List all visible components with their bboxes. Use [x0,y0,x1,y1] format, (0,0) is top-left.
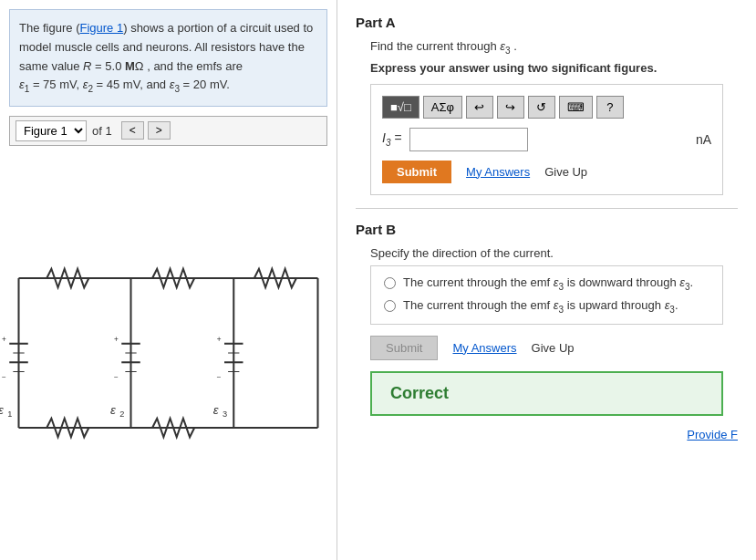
svg-text:−: − [217,373,222,381]
part-b-submit-row: Submit My Answers Give Up [370,336,723,360]
circuit-area: + − ε 1 + − ε 2 + − ε 3 [0,146,337,560]
radio-downward-label: The current through the emf ε3 is downwa… [403,275,693,292]
radio-option-2: The current through the emf ε3 is upward… [384,298,709,315]
part-b-instruction: Specify the direction of the current. [370,246,738,260]
circuit-diagram: + − ε 1 + − ε 2 + − ε 3 [0,146,337,560]
figure-prev-button[interactable]: < [121,121,144,140]
svg-text:3: 3 [223,410,227,419]
svg-text:ε: ε [0,403,4,417]
figure-link[interactable]: Figure 1 [79,21,123,35]
left-panel: The figure (Figure 1) shows a portion of… [0,0,337,560]
svg-text:+: + [2,336,6,344]
answer-input[interactable] [409,128,528,151]
radio-downward[interactable] [384,277,396,289]
part-b-give-up-link[interactable]: Give Up [532,341,575,355]
part-a-submit-row: Submit My Answers Give Up [382,161,711,183]
input-row: I3 = nA [382,128,711,151]
right-panel: Part A Find the current through ε3 . Exp… [337,0,756,560]
part-a-label: Part A [356,15,738,30]
unit-label: nA [696,132,711,147]
radio-upward[interactable] [384,300,396,312]
part-a-express: Express your answer using two significan… [370,61,738,75]
divider [356,208,738,209]
radio-group: The current through the emf ε3 is downwa… [370,265,723,325]
correct-box: Correct [370,371,723,416]
provide-feedback-link[interactable]: Provide F [687,428,738,441]
radio-upward-label: The current through the emf ε3 is upward… [403,298,678,315]
toolbar-help-btn[interactable]: ? [596,96,624,119]
part-b-label: Part B [356,222,738,237]
figure-controls: Figure 1 of 1 < > [9,116,327,146]
svg-text:−: − [2,373,6,381]
svg-text:−: − [114,373,119,381]
svg-text:+: + [217,336,222,344]
problem-text: The figure (Figure 1) shows a portion of… [9,9,327,107]
toolbar-undo-btn[interactable]: ↩ [466,96,493,119]
part-a-give-up-link[interactable]: Give Up [544,165,587,179]
svg-text:ε: ε [213,403,219,417]
svg-text:ε: ε [110,403,116,417]
part-a-answer-box: ■√□ ΑΣφ ↩ ↪ ↺ ⌨ ? I3 = nA Submit My Answ… [370,84,723,195]
toolbar: ■√□ ΑΣφ ↩ ↪ ↺ ⌨ ? [382,96,711,119]
part-a-instruction: Find the current through ε3 . [370,39,738,56]
svg-text:2: 2 [119,410,124,419]
figure-of-label: of 1 [92,124,112,138]
part-a-submit-button[interactable]: Submit [382,161,451,183]
part-b-submit-button[interactable]: Submit [370,336,438,360]
provide-link: Provide F [356,427,738,441]
part-a-my-answers-link[interactable]: My Answers [466,165,530,179]
part-b-my-answers-link[interactable]: My Answers [452,341,516,355]
toolbar-redo-btn[interactable]: ↪ [497,96,524,119]
toolbar-reset-btn[interactable]: ↺ [528,96,555,119]
input-label: I3 = [382,130,402,148]
figure-next-button[interactable]: > [148,121,171,140]
toolbar-symbol-btn[interactable]: ΑΣφ [423,96,462,119]
svg-text:1: 1 [7,410,12,419]
toolbar-keyboard-btn[interactable]: ⌨ [559,96,593,119]
figure-select[interactable]: Figure 1 [16,120,87,141]
toolbar-format-btn[interactable]: ■√□ [382,96,419,119]
svg-text:+: + [114,336,119,344]
radio-option-1: The current through the emf ε3 is downwa… [384,275,709,292]
